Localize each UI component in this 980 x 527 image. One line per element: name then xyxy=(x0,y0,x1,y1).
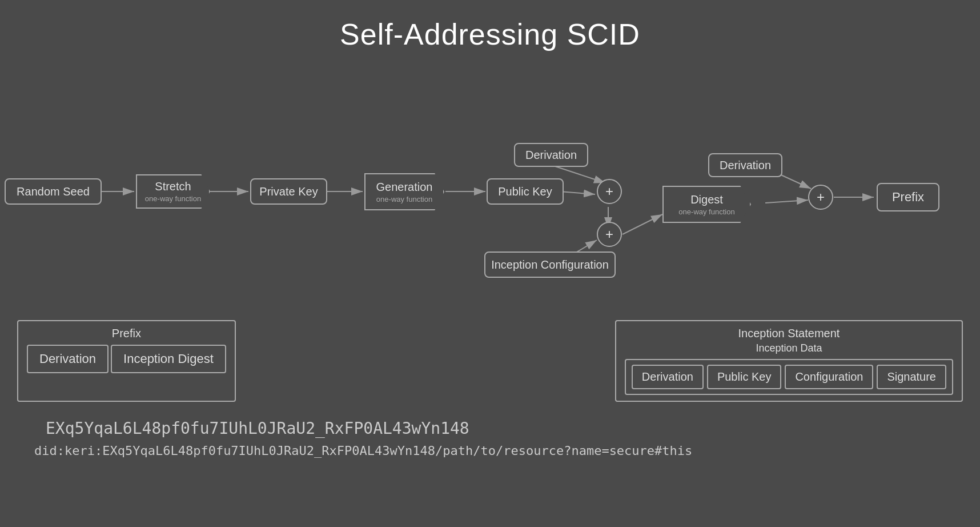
prefix-box-title: Prefix xyxy=(112,327,141,340)
svg-line-10 xyxy=(765,200,808,203)
prefix-inception-digest-cell: Inception Digest xyxy=(111,345,226,373)
inception-data-subtitle: Inception Data xyxy=(756,342,822,354)
inception-public-key-cell: Public Key xyxy=(707,365,782,389)
prefix-box-inner: Derivation Inception Digest xyxy=(27,345,226,373)
bottom-section: Prefix Derivation Inception Digest Incep… xyxy=(0,320,980,402)
hash-text: EXq5YqaL6L48pf0fu7IUhL0JRaU2_RxFP0AL43wY… xyxy=(46,419,946,438)
private-key-node: Private Key xyxy=(250,178,327,205)
generation-node: Generation one-way function xyxy=(364,173,444,210)
prefix-derivation-cell: Derivation xyxy=(27,345,109,373)
svg-line-5 xyxy=(560,191,595,194)
inception-signature-cell: Signature xyxy=(877,365,946,389)
stretch-node: Stretch one-way function xyxy=(136,174,210,209)
inception-config-node: Inception Configuration xyxy=(484,251,616,278)
inception-configuration-cell: Configuration xyxy=(785,365,873,389)
inception-statement-title: Inception Statement xyxy=(738,327,840,340)
svg-line-8 xyxy=(622,214,662,234)
derivation-right-node: Derivation xyxy=(708,153,782,177)
public-key-node: Public Key xyxy=(487,178,564,205)
plus3-node: + xyxy=(808,185,833,210)
bottom-text-area: EXq5YqaL6L48pf0fu7IUhL0JRaU2_RxFP0AL43wY… xyxy=(0,419,980,458)
random-seed-node: Random Seed xyxy=(5,178,102,205)
inception-statement-box: Inception Statement Inception Data Deriv… xyxy=(615,320,963,402)
diagram-area: Random Seed Stretch one-way function Pri… xyxy=(0,69,980,314)
plus2-node: + xyxy=(597,222,622,247)
digest-node: Digest one-way function xyxy=(662,186,751,223)
inception-derivation-cell: Derivation xyxy=(632,365,704,389)
did-text: did:keri:EXq5YqaL6L48pf0fu7IUhL0JRaU2_Rx… xyxy=(34,444,946,458)
plus1-node: + xyxy=(597,179,622,204)
inception-inner-box: Derivation Public Key Configuration Sign… xyxy=(625,359,953,395)
prefix-final-node: Prefix xyxy=(877,183,939,211)
prefix-box: Prefix Derivation Inception Digest xyxy=(17,320,236,402)
page-title: Self-Addressing SCID xyxy=(0,0,980,63)
derivation-top-node: Derivation xyxy=(514,143,588,167)
